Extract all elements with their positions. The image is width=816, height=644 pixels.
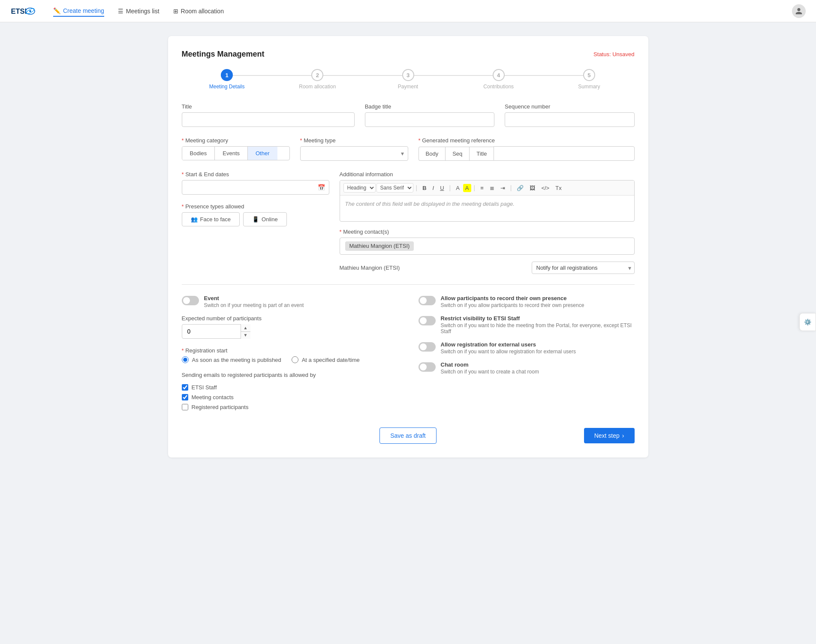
presence-label: * Presence types allowed xyxy=(182,203,329,210)
svg-text:ETSI: ETSI xyxy=(11,7,27,15)
meeting-contacts-checkbox-row[interactable]: Meeting contacts xyxy=(182,394,398,400)
italic-btn[interactable]: I xyxy=(430,184,437,193)
allow-external-row: Allow registration for external users Sw… xyxy=(419,341,635,355)
font-select[interactable]: Sans Serif xyxy=(376,183,413,193)
etsi-staff-checkbox-row[interactable]: ETSI Staff xyxy=(182,384,398,391)
image-btn[interactable]: 🖼 xyxy=(527,184,538,193)
registered-participants-checkbox[interactable] xyxy=(182,404,188,410)
registration-option-2[interactable]: At a specified date/time xyxy=(292,356,360,363)
spin-down-btn[interactable]: ▼ xyxy=(241,332,250,339)
badge-title-label: Badge title xyxy=(365,103,494,110)
category-bodies-btn[interactable]: Bodies xyxy=(182,147,215,160)
meeting-type-select[interactable] xyxy=(300,146,408,161)
date-input-wrapper: 📅 xyxy=(182,180,329,195)
meeting-type-label: * Meeting type xyxy=(300,137,408,144)
contact-row-name: Mathieu Mangion (ETSI) xyxy=(340,265,527,271)
registration-radio-1[interactable] xyxy=(182,356,189,363)
chat-room-title: Chat room xyxy=(441,361,539,368)
sending-emails-group: Sending emails to registered participant… xyxy=(182,372,398,414)
allow-external-slider xyxy=(419,342,436,352)
settings-panel[interactable]: ⚙️ xyxy=(799,313,816,331)
allow-external-toggle[interactable] xyxy=(419,342,436,352)
main-content: Meetings Management Status: Unsaved 1 Me… xyxy=(0,22,816,644)
section-divider xyxy=(182,284,635,285)
user-menu[interactable] xyxy=(792,4,806,18)
pencil-icon: ✏️ xyxy=(53,7,60,14)
ul-btn[interactable]: ≣ xyxy=(487,184,497,193)
allow-presence-toggle[interactable] xyxy=(419,296,436,305)
chat-room-toggle[interactable] xyxy=(419,362,436,372)
allow-external-title: Allow registration for external users xyxy=(441,341,576,348)
sending-emails-label: Sending emails to registered participant… xyxy=(182,372,398,378)
font-color-btn[interactable]: A xyxy=(453,184,462,193)
event-toggle[interactable] xyxy=(182,296,199,305)
code-btn[interactable]: </> xyxy=(539,184,552,193)
number-spinners: ▲ ▼ xyxy=(241,324,250,339)
toolbar-divider-4: | xyxy=(510,184,512,191)
badge-title-input[interactable] xyxy=(365,112,494,127)
meeting-contacts-checkbox[interactable] xyxy=(182,394,188,400)
expected-participants-group: Expected number of participants ▲ ▼ xyxy=(182,315,398,339)
sequence-number-input[interactable] xyxy=(505,112,634,127)
bold-btn[interactable]: B xyxy=(420,184,429,193)
allow-presence-text: Allow participants to record their own p… xyxy=(441,295,584,308)
ref-seq-btn[interactable]: Seq xyxy=(445,147,469,161)
title-input[interactable] xyxy=(182,112,355,127)
notify-select[interactable]: Notify for all registrations Notify for … xyxy=(532,262,635,274)
card-header: Meetings Management Status: Unsaved xyxy=(182,50,635,59)
title-row: Title Badge title Sequence number xyxy=(182,103,635,127)
face-to-face-icon: 👥 xyxy=(191,216,198,223)
save-draft-button[interactable]: Save as draft xyxy=(379,427,437,444)
category-buttons: Bodies Events Other xyxy=(182,146,290,160)
registration-option-1[interactable]: As soon as the meeting is published xyxy=(182,356,281,363)
category-events-btn[interactable]: Events xyxy=(215,147,248,160)
clear-btn[interactable]: Tx xyxy=(553,184,564,193)
allow-external-text: Allow registration for external users Sw… xyxy=(441,341,576,355)
left-col: Event Switch on if your meeting is part … xyxy=(182,295,398,414)
title-group: Title xyxy=(182,103,355,127)
contact-tags[interactable]: Mathieu Mangion (ETSI) xyxy=(340,238,635,255)
rich-content[interactable]: The content of this field will be displa… xyxy=(340,196,634,221)
highlight-btn[interactable]: A xyxy=(463,184,471,192)
app-logo[interactable]: ETSI xyxy=(10,3,36,19)
step-3: 3 Payment xyxy=(363,69,453,90)
category-other-btn[interactable]: Other xyxy=(248,147,277,160)
ol-btn[interactable]: ≡ xyxy=(478,184,486,193)
underline-btn[interactable]: U xyxy=(437,184,446,193)
event-title: Event xyxy=(204,295,304,301)
allow-external-desc: Switch on if you want to allow registrat… xyxy=(441,349,576,355)
ref-body-btn[interactable]: Body xyxy=(419,147,446,161)
allow-presence-title: Allow participants to record their own p… xyxy=(441,295,584,301)
category-type-row: * Meeting category Bodies Events Other *… xyxy=(182,137,635,161)
nav-room-allocation[interactable]: ⊞ Room allocation xyxy=(173,6,224,16)
etsi-staff-checkbox[interactable] xyxy=(182,384,188,391)
generated-ref-group: * Generated meeting reference Body Seq T… xyxy=(419,137,635,161)
nav-meetings-list[interactable]: ☰ Meetings list xyxy=(118,6,160,16)
date-input[interactable] xyxy=(182,180,329,195)
link-btn[interactable]: 🔗 xyxy=(514,184,526,193)
ref-input[interactable] xyxy=(494,146,634,161)
chat-room-row: Chat room Switch on if you want to creat… xyxy=(419,361,635,375)
nav-create-meeting[interactable]: ✏️ Create meeting xyxy=(53,6,104,17)
registered-participants-checkbox-row[interactable]: Registered participants xyxy=(182,404,398,410)
spin-up-btn[interactable]: ▲ xyxy=(241,324,250,332)
next-step-button[interactable]: Next step › xyxy=(584,428,635,443)
ref-title-btn[interactable]: Title xyxy=(469,147,494,161)
step-label-5: Summary xyxy=(578,84,600,90)
user-avatar[interactable] xyxy=(792,4,806,18)
ref-group: Body Seq Title xyxy=(419,146,635,161)
heading-select[interactable]: Heading xyxy=(343,183,376,193)
registration-radio-2[interactable] xyxy=(292,356,298,363)
chat-room-desc: Switch on if you want to create a chat r… xyxy=(441,369,539,375)
presence-face-btn[interactable]: 👥 Face to face xyxy=(182,212,240,226)
right-col: Allow participants to record their own p… xyxy=(419,295,635,414)
expected-participants-input[interactable] xyxy=(182,324,250,339)
svg-point-3 xyxy=(29,10,31,12)
chat-room-text: Chat room Switch on if you want to creat… xyxy=(441,361,539,375)
contact-row: Mathieu Mangion (ETSI) Notify for all re… xyxy=(340,262,635,274)
indent-btn[interactable]: ⇥ xyxy=(498,184,508,193)
restrict-visibility-toggle[interactable] xyxy=(419,316,436,325)
restrict-visibility-title: Restrict visibility to ETSI Staff xyxy=(441,315,635,322)
contact-tag: Mathieu Mangion (ETSI) xyxy=(345,241,414,251)
presence-online-btn[interactable]: 📱 Online xyxy=(243,212,287,226)
